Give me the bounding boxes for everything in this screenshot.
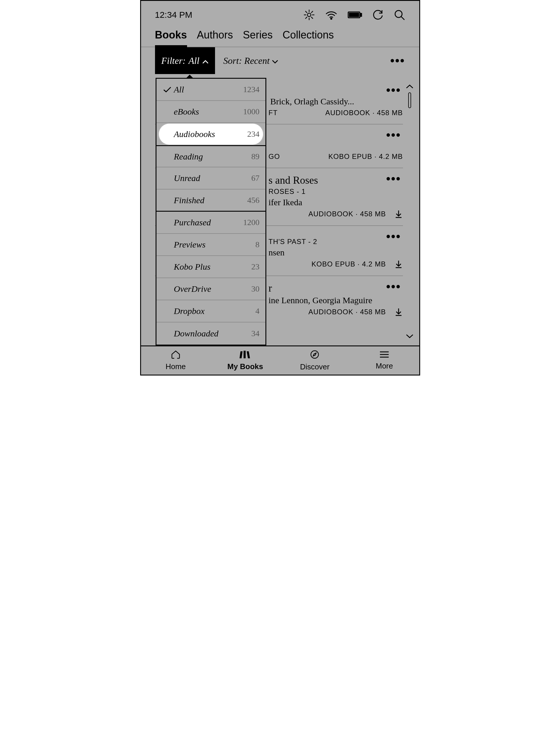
compass-icon [310, 350, 319, 361]
filter-option-label: Finished [174, 195, 247, 205]
nav-my-books[interactable]: My Books [211, 346, 280, 374]
filter-option-label: Dropbox [174, 306, 256, 316]
chevron-down-icon[interactable] [406, 334, 414, 340]
filter-option-count: 4 [256, 306, 260, 316]
nav-more[interactable]: More [349, 346, 419, 374]
svg-rect-12 [349, 13, 359, 17]
row-author: ifer Ikeda [268, 197, 403, 207]
library-tabs: Books Authors Series Collections [141, 26, 419, 47]
row-left-meta: FT [268, 109, 278, 117]
filter-option-label: Unread [174, 173, 252, 183]
filter-dropdown: All1234eBooks1000Audiobooks234Reading89U… [156, 78, 266, 345]
nav-label: Discover [300, 362, 329, 371]
download-icon[interactable] [394, 260, 403, 269]
svg-point-9 [331, 18, 332, 19]
row-more-button[interactable]: ••• [386, 230, 401, 243]
nav-label: More [376, 362, 393, 370]
filter-option-count: 1200 [243, 218, 260, 227]
bottom-nav: Home My Books Discover More [141, 345, 419, 374]
row-more-button[interactable]: ••• [386, 129, 401, 142]
row-more-button[interactable]: ••• [386, 84, 401, 97]
filter-option-label: Purchased [174, 217, 243, 227]
filter-value: All [188, 55, 199, 66]
svg-line-8 [305, 17, 307, 19]
filter-option-count: 1000 [243, 107, 260, 116]
filter-option-count: 8 [256, 240, 260, 249]
sort-prefix: Sort: [223, 55, 242, 66]
svg-rect-22 [244, 351, 246, 358]
row-right-meta: AUDIOBOOK · 458 MB [325, 109, 403, 117]
chevron-up-icon[interactable] [406, 84, 414, 90]
filter-option-reading[interactable]: Reading89 [157, 145, 265, 167]
filter-option-count: 34 [252, 329, 260, 338]
wifi-icon[interactable] [325, 10, 338, 20]
chevron-up-icon [202, 55, 208, 66]
row-author: Brick, Orlagh Cassidy... [271, 96, 403, 107]
download-icon[interactable] [394, 210, 403, 218]
status-time: 12:34 PM [155, 10, 192, 20]
chevron-down-icon [272, 55, 278, 66]
row-right-meta: AUDIOBOOK · 458 MB [308, 308, 386, 316]
row-title: r [268, 282, 403, 294]
filter-option-unread[interactable]: Unread67 [157, 167, 265, 190]
row-title: s and Roses [268, 174, 403, 186]
menu-icon [379, 351, 389, 360]
sort-value: Recent [244, 55, 269, 66]
sort-button[interactable]: Sort: Recent [223, 55, 278, 66]
filter-option-downloaded[interactable]: Downloaded34 [157, 323, 265, 345]
filter-option-all[interactable]: All1234 [157, 79, 265, 101]
row-more-button[interactable]: ••• [386, 280, 401, 293]
search-icon[interactable] [394, 9, 405, 21]
brightness-icon[interactable] [303, 9, 315, 21]
filter-option-count: 23 [252, 262, 260, 271]
filter-option-previews[interactable]: Previews8 [157, 234, 265, 256]
row-series: ROSES - 1 [268, 188, 403, 196]
filter-option-overdrive[interactable]: OverDrive30 [157, 278, 265, 300]
filter-option-label: OverDrive [174, 284, 252, 294]
svg-line-7 [311, 11, 313, 13]
home-icon [171, 350, 181, 361]
filter-option-label: Previews [174, 239, 256, 250]
filter-option-count: 1234 [243, 85, 260, 94]
tab-collections[interactable]: Collections [283, 29, 334, 47]
row-right-meta: AUDIOBOOK · 458 MB [308, 210, 386, 218]
status-bar: 12:34 PM [141, 1, 419, 26]
row-right-meta: KOBO EPUB · 4.2 MB [312, 260, 386, 268]
filter-option-ebooks[interactable]: eBooks1000 [157, 101, 265, 123]
status-icons [303, 9, 405, 21]
filter-option-dropbox[interactable]: Dropbox4 [157, 300, 265, 323]
filter-prefix: Filter: [161, 55, 186, 66]
battery-icon [347, 11, 362, 19]
svg-rect-11 [360, 14, 362, 16]
sync-icon[interactable] [372, 9, 384, 21]
filter-option-label: eBooks [174, 107, 243, 117]
filter-option-count: 30 [252, 284, 260, 293]
filter-option-count: 456 [247, 196, 260, 205]
row-left-meta: GO [268, 153, 280, 161]
row-author: ine Lennon, Georgia Maguire [268, 295, 403, 305]
row-right-meta: KOBO EPUB · 4.2 MB [328, 153, 403, 161]
nav-home[interactable]: Home [141, 346, 211, 374]
row-author: nsen [268, 248, 403, 257]
tab-series[interactable]: Series [243, 29, 273, 47]
nav-discover[interactable]: Discover [280, 346, 349, 374]
nav-label: Home [165, 362, 186, 371]
filter-option-kobo-plus[interactable]: Kobo Plus23 [157, 256, 265, 278]
filter-option-label: All [174, 84, 243, 94]
row-more-button[interactable]: ••• [386, 172, 401, 186]
tab-books[interactable]: Books [155, 29, 187, 47]
tab-authors[interactable]: Authors [197, 29, 233, 47]
row-series: TH'S PAST - 2 [268, 237, 403, 246]
svg-line-5 [305, 11, 307, 13]
svg-point-13 [395, 11, 402, 18]
toolbar-more-button[interactable]: ••• [390, 54, 405, 68]
download-icon[interactable] [394, 308, 403, 316]
filter-option-audiobooks[interactable]: Audiobooks234 [158, 123, 264, 145]
filter-option-finished[interactable]: Finished456 [157, 190, 265, 212]
svg-marker-25 [313, 353, 316, 356]
filter-option-purchased[interactable]: Purchased1200 [157, 212, 265, 234]
scroll-thumb[interactable] [408, 92, 411, 108]
scrollbar[interactable] [405, 84, 414, 340]
check-icon [161, 86, 174, 93]
filter-button[interactable]: Filter: All [155, 47, 215, 74]
